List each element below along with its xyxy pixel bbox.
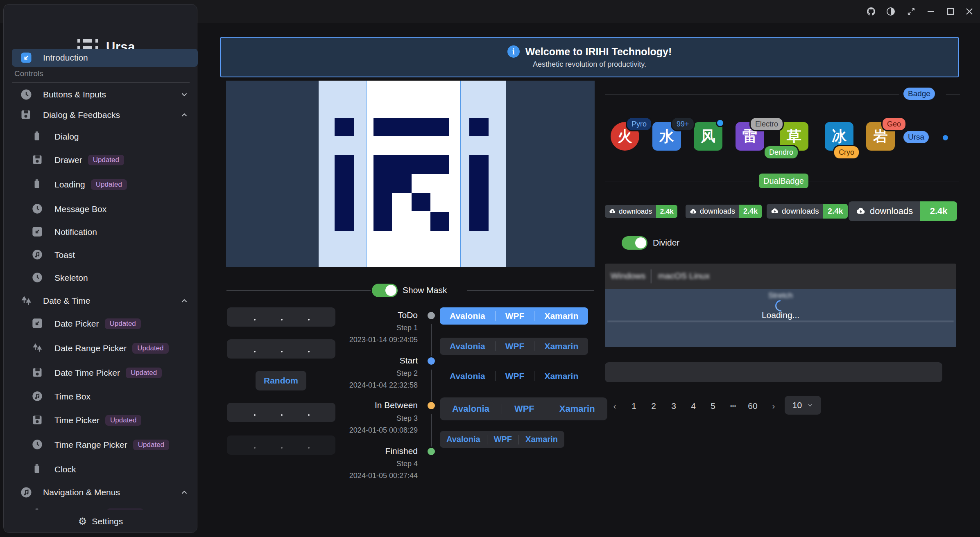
timeline-title: In Between: [287, 400, 418, 410]
clock-icon: [20, 88, 32, 101]
loading-tab-bar: Windows macOS Linux: [605, 264, 956, 289]
chevron-up-icon: [180, 488, 189, 497]
floppy-icon: [32, 154, 44, 166]
avalonia-button[interactable]: Avalonia: [440, 341, 495, 351]
updated-badge: Updated: [126, 368, 162, 378]
xamarin-button[interactable]: Xamarin: [519, 435, 564, 444]
xamarin-button[interactable]: Xamarin: [534, 311, 588, 321]
avalonia-button[interactable]: Avalonia: [440, 311, 495, 321]
music-note-icon: [32, 390, 44, 403]
tab-macos-linux[interactable]: macOS Linux: [658, 271, 710, 281]
sidebar-item-dialog[interactable]: Dialog: [12, 128, 209, 146]
app-window: Ursa Introduction Controls Buttons & Inp…: [0, 0, 980, 537]
sidebar-item-skeleton[interactable]: Skeleton: [12, 269, 209, 287]
count-badge: 99+: [671, 117, 695, 131]
floppy-icon: [20, 109, 32, 121]
xamarin-button[interactable]: Xamarin: [547, 404, 607, 414]
theme-toggle-icon[interactable]: [885, 5, 897, 18]
group-label: Dialog & Feedbacks: [43, 110, 120, 120]
fullscreen-icon[interactable]: [905, 5, 917, 18]
sidebar-item-time-picker[interactable]: Time Picker Updated: [12, 411, 209, 429]
pagination-prev-button[interactable]: ‹: [609, 399, 620, 413]
wpf-button[interactable]: WPF: [496, 371, 534, 381]
timeline-connector: [431, 370, 432, 401]
pagination-page-60[interactable]: 60: [745, 399, 761, 413]
sidebar-group-navigation-menus[interactable]: Navigation & Menus: [12, 483, 198, 501]
sidebar-group-buttons-inputs[interactable]: Buttons & Inputs: [12, 86, 198, 104]
settings-button[interactable]: ⚙ Settings: [4, 510, 197, 532]
item-label: Notification: [54, 227, 97, 237]
updated-badge: Updated: [132, 343, 168, 354]
group-label: Buttons & Inputs: [43, 90, 106, 99]
cryo-badge: Cryo: [833, 145, 860, 160]
pagination-page-5[interactable]: 5: [707, 399, 719, 413]
button-group-gray: Avalonia WPF Xamarin: [440, 338, 588, 355]
battery-icon: [32, 463, 44, 476]
wpf-button[interactable]: WPF: [502, 404, 547, 414]
chevron-up-icon: [180, 296, 189, 305]
battery-icon: [32, 131, 44, 143]
sidebar-item-loading[interactable]: Loading Updated: [12, 176, 209, 194]
pagination-page-2[interactable]: 2: [648, 399, 659, 413]
divider-label: Divider: [653, 238, 679, 248]
sidebar-item-introduction[interactable]: Introduction: [12, 49, 198, 67]
divider-line: [226, 290, 371, 291]
pagination-ellipsis[interactable]: •••: [725, 399, 741, 413]
sidebar-item-time-box[interactable]: Time Box: [12, 388, 209, 406]
avalonia-button[interactable]: Avalonia: [440, 435, 487, 444]
button-group-small: Avalonia WPF Xamarin: [440, 431, 564, 448]
timeline-step: Step 1: [287, 324, 418, 332]
timeline-dot-start: [428, 357, 435, 365]
tab-separator: [651, 269, 652, 283]
text-input[interactable]: [605, 362, 942, 382]
timeline-step: Step 4: [287, 460, 418, 468]
avalonia-button[interactable]: Avalonia: [440, 404, 502, 414]
sidebar-item-message-box[interactable]: Message Box: [12, 200, 209, 218]
sidebar-item-date-time-picker[interactable]: Date Time Picker Updated: [12, 364, 209, 382]
divider-line: [605, 95, 899, 95]
sidebar-item-date-range-picker[interactable]: Date Range Picker Updated: [12, 339, 209, 357]
timeline-connector: [431, 414, 432, 447]
timeline-dot-finished: [428, 448, 435, 455]
sidebar-item-toast[interactable]: Toast: [12, 246, 209, 264]
pencil-square-icon: [32, 226, 44, 238]
clock-icon: [32, 272, 44, 284]
github-icon[interactable]: [865, 5, 877, 18]
sidebar-item-date-picker[interactable]: Date Picker Updated: [12, 315, 209, 333]
wpf-button[interactable]: WPF: [487, 435, 518, 444]
item-label: Date Time Picker: [54, 368, 120, 378]
sidebar-item-notification[interactable]: Notification: [12, 223, 209, 241]
sidebar-item-drawer[interactable]: Drawer Updated: [12, 151, 209, 169]
divider-toggle[interactable]: [622, 236, 647, 250]
wpf-button[interactable]: WPF: [496, 341, 534, 351]
sidebar-group-date-time[interactable]: Date & Time: [12, 292, 198, 310]
sidebar-item-time-range-picker[interactable]: Time Range Picker Updated: [12, 436, 209, 454]
downloads-count: 2.4k: [739, 205, 762, 218]
tab-windows[interactable]: Windows: [611, 271, 645, 281]
music-note-icon: [20, 486, 32, 499]
minimize-button[interactable]: [925, 5, 937, 18]
xamarin-button[interactable]: Xamarin: [534, 341, 588, 351]
loading-label: Loading...: [605, 310, 956, 320]
avalonia-button[interactable]: Avalonia: [440, 371, 495, 381]
maximize-button[interactable]: [944, 5, 957, 18]
close-button[interactable]: [963, 5, 975, 18]
sidebar-group-dialog-feedbacks[interactable]: Dialog & Feedbacks: [12, 106, 198, 124]
pagination-page-4[interactable]: 4: [688, 399, 699, 413]
item-label: Time Box: [54, 392, 91, 402]
timeline-time: 2024-01-04 22:32:58: [287, 381, 418, 390]
clock-icon: [32, 439, 44, 451]
xamarin-button[interactable]: Xamarin: [534, 371, 588, 381]
pagination-next-button[interactable]: ›: [768, 399, 779, 413]
sidebar-item-clock[interactable]: Clock: [12, 460, 209, 478]
wpf-button[interactable]: WPF: [496, 311, 534, 321]
sidebar-item-label: Introduction: [43, 53, 88, 63]
pagination-page-3[interactable]: 3: [668, 399, 679, 413]
timeline-title: Start: [287, 356, 418, 366]
pagination-page-1[interactable]: 1: [628, 399, 640, 413]
page-size-select[interactable]: 10: [785, 396, 821, 415]
show-mask-toggle[interactable]: [372, 284, 398, 297]
content-divider: [607, 321, 954, 322]
banner-subtitle: Aesthetic revolution of productivity.: [507, 60, 672, 69]
item-label: Drawer: [54, 155, 82, 165]
